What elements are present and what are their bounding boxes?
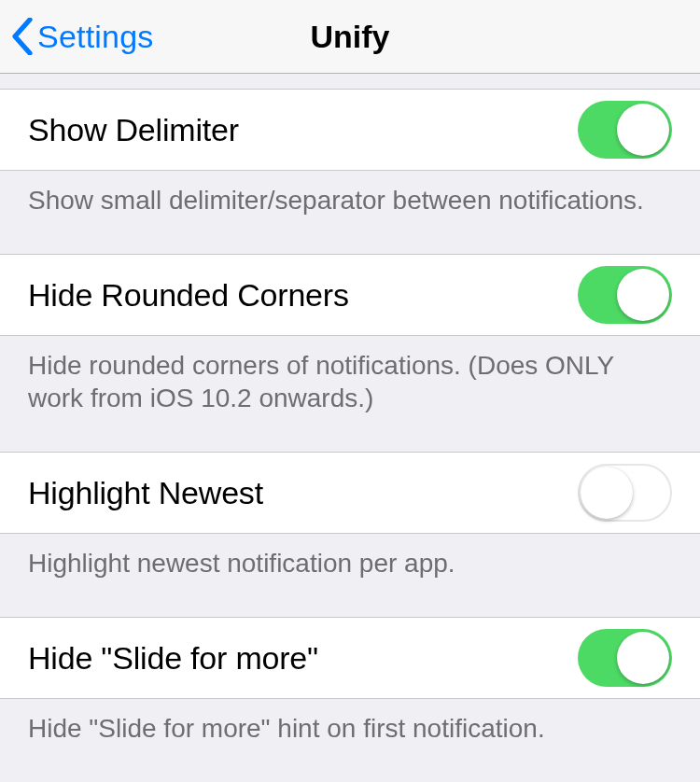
toggle-hide-slide-for-more[interactable] [578,629,672,687]
chevron-left-icon [11,18,34,55]
cell-label: Highlight Newest [28,475,263,511]
cell-hide-rounded-corners: Hide Rounded Corners [0,254,700,336]
toggle-hide-rounded-corners[interactable] [578,266,672,324]
cell-label: Show Delimiter [28,112,239,148]
cell-footer: Show small delimiter/separator between n… [0,171,700,254]
back-button[interactable]: Settings [11,18,153,55]
toggle-highlight-newest[interactable] [578,464,672,522]
back-label: Settings [37,19,153,55]
cell-label: Hide Rounded Corners [28,277,349,314]
cell-hide-slide-for-more: Hide "Slide for more" [0,617,700,699]
cell-footer: Highlight newest notification per app. [0,534,700,617]
cell-show-delimiter: Show Delimiter [0,89,700,171]
cell-footer: Hide "Slide for more" hint on first noti… [0,699,700,754]
cell-footer: Hide rounded corners of notifications. (… [0,336,700,452]
cell-label: Hide "Slide for more" [28,640,318,677]
cell-highlight-newest: Highlight Newest [0,452,700,534]
navigation-bar: Settings Unify [0,0,700,74]
toggle-show-delimiter[interactable] [578,101,672,159]
